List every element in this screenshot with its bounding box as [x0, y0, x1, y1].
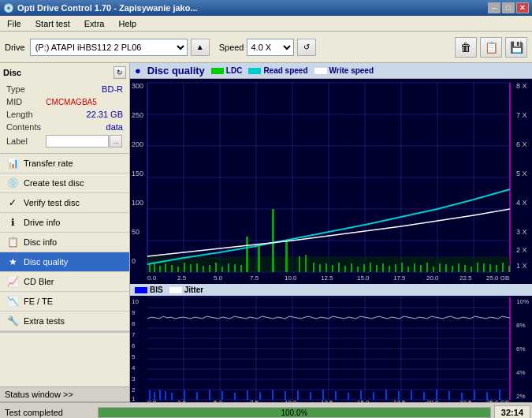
status-window-button[interactable]: Status window >>	[0, 387, 129, 402]
svg-rect-36	[147, 256, 510, 272]
nav-cd-bler[interactable]: 📈 CD Bler	[0, 272, 129, 292]
drive-select[interactable]: (P:) ATAPI iHBS112 2 PL06	[30, 39, 188, 56]
svg-rect-83	[464, 265, 466, 272]
svg-rect-154	[310, 392, 311, 400]
cd-bler-icon: 📈	[6, 275, 19, 288]
svg-rect-167	[474, 390, 475, 400]
nav-create-test-disc[interactable]: 💿 Create test disc	[0, 174, 129, 193]
nav-drive-info-label: Drive info	[24, 218, 60, 227]
svg-rect-75	[414, 263, 415, 272]
nav-disc-info[interactable]: 📋 Disc info	[0, 233, 129, 252]
erase-button[interactable]: 🗑	[455, 37, 477, 58]
chart-title: Disc quality	[147, 65, 205, 77]
chart-header: ● Disc quality LDC Read speed Write spee…	[130, 63, 532, 79]
nav-cd-bler-label: CD Bler	[24, 277, 54, 286]
fe-te-icon: 📉	[6, 295, 19, 308]
svg-text:22.5: 22.5	[459, 399, 472, 402]
nav-transfer-rate[interactable]: 📊 Transfer rate	[0, 154, 129, 174]
nav-extra-tests-label: Extra tests	[24, 316, 65, 326]
svg-rect-87	[489, 264, 491, 272]
drive-eject-button[interactable]: ▲	[191, 39, 210, 56]
svg-text:20.0: 20.0	[426, 274, 439, 282]
status-bar: Test completed 100.0% 32:14	[0, 402, 532, 418]
svg-text:17.5: 17.5	[393, 274, 406, 282]
svg-text:5.0: 5.0	[214, 274, 223, 282]
svg-text:300: 300	[132, 82, 143, 90]
svg-rect-56	[285, 241, 288, 272]
minimize-button[interactable]: ─	[488, 2, 500, 13]
svg-text:4: 4	[132, 364, 136, 371]
bottom-chart-legend: BIS Jitter	[130, 284, 532, 296]
svg-rect-47	[209, 265, 210, 272]
svg-rect-90	[508, 266, 510, 272]
svg-rect-45	[196, 263, 198, 272]
speed-select[interactable]: 4.0 X	[247, 39, 294, 56]
menu-help[interactable]: Help	[114, 18, 140, 29]
svg-rect-62	[332, 265, 333, 272]
nav-disc-quality[interactable]: ★ Disc quality	[0, 252, 129, 272]
svg-text:0.0: 0.0	[147, 399, 157, 402]
nav-disc-quality-label: Disc quality	[24, 257, 68, 267]
disc-section: Disc ↻ Type BD-R MID CMCMAGBA5 Length 22…	[0, 63, 129, 154]
svg-text:4 X: 4 X	[516, 199, 527, 207]
svg-rect-51	[234, 264, 236, 272]
jitter-legend-color	[169, 287, 182, 293]
disc-label-label: Label	[5, 134, 43, 148]
svg-text:8 X: 8 X	[516, 82, 527, 90]
svg-rect-53	[246, 237, 248, 272]
nav-verify-test-disc-label: Verify test disc	[24, 198, 80, 207]
svg-rect-37	[149, 264, 151, 272]
svg-rect-43	[184, 263, 185, 272]
disc-label-browse-button[interactable]: ...	[110, 135, 122, 147]
svg-rect-86	[483, 263, 485, 272]
svg-text:10.0: 10.0	[285, 274, 297, 282]
svg-rect-66	[357, 267, 359, 272]
svg-rect-54	[258, 244, 260, 272]
bottom-chart-svg: 10 9 8 7 6 5 4 3 2 1 10% 8% 6% 4% 2%	[130, 296, 532, 402]
svg-text:1 X: 1 X	[516, 262, 527, 270]
copy-button[interactable]: 📋	[480, 37, 502, 58]
bis-legend-color	[135, 287, 147, 293]
menu-extra[interactable]: Extra	[80, 18, 109, 29]
menu-start-test[interactable]: Start test	[32, 18, 74, 29]
disc-mid-value: CMCMAGBA5	[44, 96, 125, 107]
save-button[interactable]: 💾	[505, 37, 527, 58]
nav-disc-info-label: Disc info	[24, 237, 57, 247]
svg-rect-55	[272, 209, 274, 272]
svg-text:20.0: 20.0	[426, 399, 439, 402]
maximize-button[interactable]: □	[502, 2, 515, 13]
close-button[interactable]: ✕	[516, 2, 529, 13]
transfer-rate-icon: 📊	[6, 157, 19, 170]
svg-text:12.5: 12.5	[321, 399, 333, 402]
svg-text:2.5: 2.5	[177, 399, 187, 402]
nav-extra-tests[interactable]: 🔧 Extra tests	[0, 312, 129, 331]
svg-rect-58	[305, 255, 307, 272]
svg-text:7: 7	[132, 331, 136, 338]
sidebar: Disc ↻ Type BD-R MID CMCMAGBA5 Length 22…	[0, 63, 130, 402]
disc-refresh-button[interactable]: ↻	[113, 66, 126, 79]
svg-text:5 X: 5 X	[516, 170, 527, 177]
nav-verify-test-disc[interactable]: ✓ Verify test disc	[0, 193, 129, 213]
svg-rect-84	[471, 267, 472, 272]
read-speed-legend-label: Read speed	[263, 66, 307, 75]
svg-text:10%: 10%	[516, 298, 529, 305]
svg-rect-82	[458, 263, 459, 272]
svg-rect-78	[433, 267, 434, 272]
nav-drive-info[interactable]: ℹ Drive info	[0, 213, 129, 233]
svg-text:5.0: 5.0	[214, 399, 223, 402]
speed-label: Speed	[219, 43, 244, 52]
svg-rect-38	[154, 263, 155, 272]
nav-fe-te[interactable]: 📉 FE / TE	[0, 292, 129, 312]
read-speed-legend-color	[248, 68, 261, 74]
svg-text:50: 50	[132, 228, 140, 236]
content-area: ● Disc quality LDC Read speed Write spee…	[130, 63, 532, 402]
svg-text:8%: 8%	[516, 322, 526, 329]
disc-label-input[interactable]	[46, 135, 109, 147]
svg-rect-50	[228, 263, 229, 272]
svg-rect-153	[297, 390, 299, 400]
disc-quality-icon: ★	[6, 256, 19, 268]
menu-file[interactable]: File	[3, 18, 25, 29]
speed-refresh-button[interactable]: ↺	[297, 39, 316, 56]
svg-text:100: 100	[132, 199, 143, 207]
top-chart-svg: 300 250 200 150 100 50 0 8 X 7 X 6 X 5 X…	[130, 79, 532, 284]
